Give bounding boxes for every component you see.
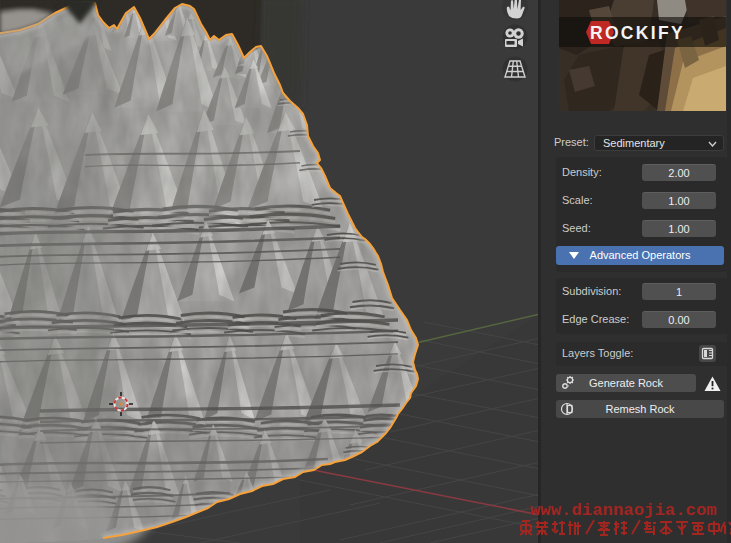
svg-text:ROCKIFY: ROCKIFY <box>590 23 685 43</box>
